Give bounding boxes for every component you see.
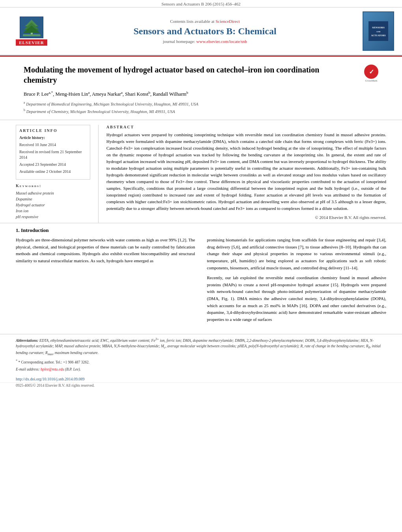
journal-header: ELSEVIER Contents lists available at Sci…: [0, 7, 402, 56]
keyword-3: Hydrogel actuator: [16, 202, 90, 208]
affiliation-a: a Department of Biomedical Engineering, …: [24, 100, 378, 107]
keywords-label: Keywords:: [16, 184, 90, 188]
received-date: Received 10 June 2014: [19, 142, 87, 148]
affiliation-b: b Department of Chemistry, Michigan Tech…: [24, 108, 378, 115]
doi-link[interactable]: http://dx.doi.org/10.1016/j.snb.2014.09.…: [16, 377, 85, 381]
crossmark-icon: ✓: [364, 65, 378, 79]
journal-citation: Sensors and Actuators B 206 (2015) 456–4…: [162, 2, 240, 6]
footnote-area: Abbreviations: EDTA, ethylenediaminetetr…: [0, 334, 402, 376]
issn-copyright: 0925-4005/© 2014 Elsevier B.V. All right…: [16, 384, 95, 387]
copyright-line: © 2014 Elsevier B.V. All rights reserved…: [106, 215, 386, 220]
crossmark-badge: ✓ CrossMark: [364, 65, 378, 79]
keyword-2: Dopamine: [16, 196, 90, 202]
intro-para-3: Recently, our lab exploited the reversib…: [207, 274, 386, 323]
abbreviations-text: Abbreviations: EDTA, ethylenediaminetetr…: [16, 337, 386, 356]
abstract-column: ABSTRACT Hydrogel actuators were prepare…: [99, 125, 386, 223]
corresponding-author-note: * * Corresponding author. Tel.: +1 906 4…: [16, 359, 386, 365]
elsevier-label: ELSEVIER: [16, 39, 47, 46]
keywords-box: Keywords: Mussel adhesive protein Dopami…: [16, 184, 90, 220]
top-banner: Sensors and Actuators B 206 (2015) 456–4…: [0, 0, 402, 7]
sensors-badge-area: SENSORS AND ACTUATORS: [355, 11, 394, 51]
journal-title: Sensors and Actuators B: Chemical: [59, 26, 351, 37]
crossmark-label: CrossMark: [364, 79, 378, 82]
intro-para-2: promising biomaterials for applications …: [207, 237, 386, 271]
revised-date: Received in revised form 21 September 20…: [19, 149, 87, 160]
svg-text:AND: AND: [376, 31, 381, 33]
sciencedirect-line: Contents lists available at ScienceDirec…: [59, 19, 351, 24]
elsevier-logo: ELSEVIER: [8, 17, 55, 46]
author-email-link[interactable]: bplee@mtu.edu: [41, 367, 64, 371]
elsevier-tree-image: [20, 17, 43, 38]
accepted-date: Accepted 23 September 2014: [19, 162, 87, 167]
intro-two-col: Hydrogels are three-dimensional polymer …: [16, 237, 386, 330]
main-content: 1. Introduction Hydrogels are three-dime…: [0, 223, 402, 334]
homepage-line: journal homepage: www.elsevier.com/locat…: [59, 39, 351, 44]
article-header: Modulating the movement of hydrogel actu…: [0, 57, 402, 120]
article-info-box: ARTICLE INFO Article history: Received 1…: [16, 125, 90, 180]
available-date: Available online 2 October 2014: [19, 169, 87, 174]
intro-col-right: promising biomaterials for applications …: [207, 237, 386, 326]
article-info-column: ARTICLE INFO Article history: Received 1…: [16, 125, 99, 223]
affiliations: a Department of Biomedical Engineering, …: [24, 100, 378, 115]
keyword-5: pH responsive: [16, 214, 90, 220]
article-title: Modulating the movement of hydrogel actu…: [24, 65, 347, 85]
homepage-link[interactable]: www.elsevier.com/locate/snb: [196, 39, 247, 44]
intro-heading: 1. Introduction: [16, 227, 386, 234]
footnote-col-left: Abbreviations: EDTA, ethylenediaminetetr…: [16, 337, 386, 373]
sensors-badge: SENSORS AND ACTUATORS: [363, 11, 394, 51]
journal-title-area: Contents lists available at ScienceDirec…: [55, 19, 355, 44]
keyword-1: Mussel adhesive protein: [16, 190, 90, 196]
history-label: Article history:: [19, 135, 87, 141]
sciencedirect-link[interactable]: ScienceDirect: [216, 19, 240, 24]
authors-line: Bruce P. Leea,*, Meng-Hsien Lina, Ameya …: [24, 91, 378, 97]
abstract-text: Hydrogel actuators were prepared by comb…: [106, 132, 386, 212]
article-info-label: ARTICLE INFO: [19, 128, 87, 133]
intro-para-1: Hydrogels are three-dimensional polymer …: [16, 237, 195, 264]
publisher-logo-area: ELSEVIER: [8, 17, 55, 46]
keyword-4: Iron ion: [16, 208, 90, 214]
svg-text:SENSORS: SENSORS: [372, 26, 385, 29]
article-info-abstract-section: ARTICLE INFO Article history: Received 1…: [0, 120, 402, 224]
svg-text:ACTUATORS: ACTUATORS: [371, 34, 386, 37]
email-note: E-mail address: bplee@mtu.edu (B.P. Lee)…: [16, 367, 386, 372]
doi-line: http://dx.doi.org/10.1016/j.snb.2014.09.…: [0, 376, 402, 382]
abstract-label: ABSTRACT: [106, 125, 386, 129]
svg-rect-5: [23, 34, 41, 36]
intro-col-left: Hydrogels are three-dimensional polymer …: [16, 237, 195, 326]
bottom-bar: 0925-4005/© 2014 Elsevier B.V. All right…: [0, 382, 402, 388]
